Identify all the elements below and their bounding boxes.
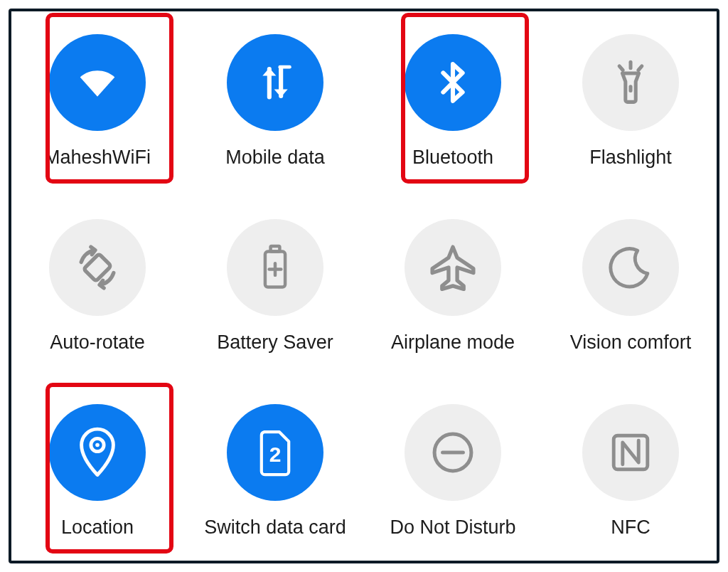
tile-label: NFC [611, 517, 651, 539]
tile-label: Airplane mode [391, 332, 515, 354]
tile-label: Switch data card [204, 517, 346, 539]
svg-point-10 [95, 443, 100, 447]
quick-settings-panel: MaheshWiFi Mobile data Bluetooth [9, 9, 719, 563]
tile-dnd[interactable]: Do Not Disturb [364, 378, 542, 563]
tile-label: Bluetooth [412, 147, 493, 169]
tile-label: Mobile data [225, 147, 325, 169]
svg-line-2 [619, 66, 623, 70]
tile-airplane-mode[interactable]: Airplane mode [364, 194, 542, 378]
tile-flashlight[interactable]: Flashlight [542, 9, 719, 194]
tile-wifi[interactable]: MaheshWiFi [9, 9, 186, 194]
nfc-icon [582, 404, 679, 501]
moon-icon [582, 219, 679, 316]
location-icon [49, 404, 146, 501]
sim-card-icon: 2 [227, 404, 323, 501]
tile-nfc[interactable]: NFC [542, 378, 719, 563]
tile-label: Location [61, 517, 134, 539]
tile-battery-saver[interactable]: Battery Saver [186, 194, 364, 378]
svg-rect-6 [271, 246, 280, 252]
airplane-icon [405, 219, 501, 316]
wifi-icon [49, 34, 146, 131]
tile-label: Battery Saver [217, 332, 333, 354]
battery-saver-icon [227, 219, 323, 316]
dnd-icon [405, 404, 501, 501]
tile-mobile-data[interactable]: Mobile data [186, 9, 364, 194]
tiles-grid: MaheshWiFi Mobile data Bluetooth [9, 9, 719, 563]
bluetooth-icon [405, 34, 501, 131]
sim-number: 2 [269, 443, 282, 466]
tile-bluetooth[interactable]: Bluetooth [364, 9, 542, 194]
tile-auto-rotate[interactable]: Auto-rotate [9, 194, 186, 378]
tile-label: Vision comfort [570, 332, 692, 354]
mobile-data-icon [227, 34, 323, 131]
svg-rect-4 [84, 254, 112, 282]
tile-label: Flashlight [589, 147, 672, 169]
tile-switch-data-card[interactable]: 2 Switch data card [186, 378, 364, 563]
tile-label: Auto-rotate [50, 332, 145, 354]
flashlight-icon [582, 34, 679, 131]
tile-label: MaheshWiFi [44, 147, 151, 169]
auto-rotate-icon [49, 219, 146, 316]
tile-vision-comfort[interactable]: Vision comfort [542, 194, 719, 378]
tile-label: Do Not Disturb [390, 517, 515, 539]
svg-line-3 [638, 66, 642, 70]
tile-location[interactable]: Location [9, 378, 186, 563]
